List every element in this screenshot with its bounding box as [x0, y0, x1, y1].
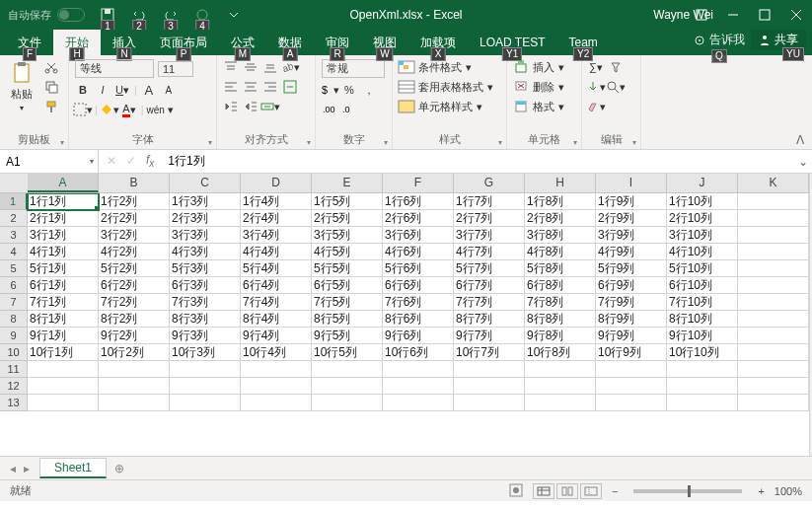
cell[interactable]: 7行9列 [596, 294, 667, 311]
cell[interactable]: 2行9列 [596, 210, 667, 227]
cell[interactable] [525, 395, 596, 411]
copy-icon[interactable] [43, 79, 59, 95]
cell[interactable]: 4行7列 [454, 244, 525, 260]
cell[interactable] [312, 378, 383, 395]
cell[interactable]: 1行7列 [454, 193, 525, 210]
row-header[interactable]: 13 [0, 395, 28, 411]
undo-icon[interactable]: 2 [130, 6, 148, 24]
cell[interactable]: 4行4列 [241, 244, 312, 260]
cell[interactable]: 10行8列 [525, 344, 596, 361]
font-color-icon[interactable]: A▾ [121, 102, 137, 117]
cell[interactable] [28, 378, 99, 395]
cell[interactable]: 6行1列 [28, 277, 99, 294]
border-icon[interactable]: ▾ [75, 102, 91, 117]
cell[interactable]: 7行10列 [667, 294, 738, 311]
redo-icon[interactable]: 3 [162, 6, 180, 24]
align-right-icon[interactable] [262, 79, 278, 95]
cell[interactable]: 1行9列 [596, 193, 667, 210]
tab-开始[interactable]: 开始H [53, 30, 101, 55]
column-header[interactable]: I [596, 174, 667, 192]
column-header[interactable]: B [99, 174, 170, 192]
delete-cells-button[interactable]: 删除▾ [513, 79, 564, 95]
cell[interactable] [738, 277, 809, 294]
cell[interactable]: 7行5列 [312, 294, 383, 311]
save-icon[interactable]: 1 [99, 6, 116, 24]
cell[interactable]: 3行3列 [170, 227, 241, 244]
cell[interactable]: 6行9列 [596, 277, 667, 294]
cell[interactable] [525, 361, 596, 378]
cell[interactable]: 10行6列 [383, 344, 454, 361]
align-bottom-icon[interactable] [262, 59, 278, 75]
number-format-selector[interactable]: 常规 [322, 59, 385, 78]
row-header[interactable]: 10 [0, 344, 28, 361]
maximize-icon[interactable] [749, 0, 780, 30]
cell[interactable]: 8行9列 [596, 311, 667, 328]
cell[interactable] [170, 378, 241, 395]
cell[interactable]: 8行2列 [99, 311, 170, 328]
cell[interactable]: 4行5列 [312, 244, 383, 260]
cell[interactable] [667, 361, 738, 378]
row-header[interactable]: 7 [0, 294, 28, 311]
tab-公式[interactable]: 公式M [219, 30, 266, 55]
cell[interactable] [738, 311, 809, 328]
align-center-icon[interactable] [243, 79, 258, 95]
cell[interactable]: 8行10列 [667, 311, 738, 328]
cell[interactable]: 9行8列 [525, 328, 596, 344]
cell[interactable]: 1行4列 [241, 193, 312, 210]
column-header[interactable]: H [525, 174, 596, 192]
zoom-out-icon[interactable]: − [612, 485, 618, 497]
cell[interactable]: 3行10列 [667, 227, 738, 244]
underline-icon[interactable]: U▾ [114, 82, 130, 98]
row-header[interactable]: 8 [0, 311, 28, 328]
align-top-icon[interactable] [223, 59, 239, 75]
wrap-text-icon[interactable] [282, 79, 298, 95]
cell[interactable]: 8行5列 [312, 311, 383, 328]
cell[interactable] [738, 328, 809, 344]
name-box[interactable]: A1 [0, 150, 99, 173]
fill-color-icon[interactable]: ▾ [102, 102, 117, 117]
formula-input[interactable]: 1行1列 [162, 150, 794, 173]
cell[interactable]: 8行8列 [525, 311, 596, 328]
cell[interactable]: 2行3列 [170, 210, 241, 227]
increase-decimal-icon[interactable]: .00 [322, 102, 337, 117]
cell[interactable]: 10行2列 [99, 344, 170, 361]
cell[interactable]: 1行2列 [99, 193, 170, 210]
cell[interactable]: 5行4列 [241, 260, 312, 277]
orientation-icon[interactable]: ab▾ [282, 59, 298, 75]
format-table-button[interactable]: 套用表格格式▾ [399, 79, 493, 95]
cell[interactable]: 8行1列 [28, 311, 99, 328]
qat-more-icon[interactable] [225, 6, 243, 24]
minimize-icon[interactable] [717, 0, 749, 30]
row-header[interactable]: 12 [0, 378, 28, 395]
cell[interactable] [99, 378, 170, 395]
cell[interactable]: 5行9列 [596, 260, 667, 277]
cell[interactable]: 5行10列 [667, 260, 738, 277]
column-header[interactable]: K [738, 174, 809, 192]
merge-center-icon[interactable]: ▾ [262, 99, 278, 114]
cell[interactable]: 5行5列 [312, 260, 383, 277]
cell[interactable]: 6行5列 [312, 277, 383, 294]
cell[interactable]: 1行10列 [667, 193, 738, 210]
format-cells-button[interactable]: 格式▾ [513, 99, 564, 114]
enter-formula-icon[interactable]: ✓ [126, 154, 136, 168]
tab-审阅[interactable]: 审阅R [314, 30, 361, 55]
tab-文件[interactable]: 文件F [6, 30, 53, 55]
row-header[interactable]: 4 [0, 244, 28, 260]
tab-视图[interactable]: 视图W [361, 30, 408, 55]
autosum-icon[interactable]: ∑▾ [588, 59, 604, 75]
cell[interactable]: 10行4列 [241, 344, 312, 361]
cell[interactable]: 3行2列 [99, 227, 170, 244]
column-header[interactable]: A [28, 174, 99, 192]
cell[interactable] [28, 361, 99, 378]
cell[interactable]: 6行7列 [454, 277, 525, 294]
format-painter-icon[interactable] [43, 99, 59, 114]
cell[interactable]: 2行10列 [667, 210, 738, 227]
cell[interactable] [738, 210, 809, 227]
cell[interactable]: 8行4列 [241, 311, 312, 328]
fill-icon[interactable]: ▾ [588, 79, 604, 95]
italic-icon[interactable]: I [95, 82, 111, 98]
cell[interactable] [28, 395, 99, 411]
cell[interactable] [738, 244, 809, 260]
cell[interactable] [312, 395, 383, 411]
cell[interactable] [99, 395, 170, 411]
